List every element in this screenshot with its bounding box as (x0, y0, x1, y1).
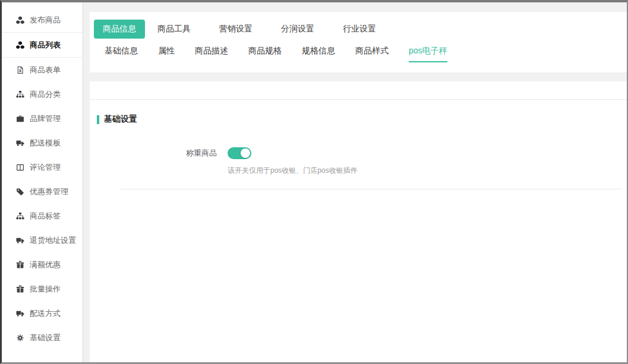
tab-product-info[interactable]: 商品信息 (94, 20, 145, 39)
toggle-helper-text: 该开关仅用于pos收银、门店pos收银插件 (228, 166, 627, 176)
tab-spec-info[interactable]: 规格信息 (302, 46, 335, 62)
sidebar-item-product-tags[interactable]: 商品标签 (2, 204, 83, 228)
content-top-divider (90, 99, 627, 100)
sidebar-item-review-management[interactable]: 评论管理 (2, 155, 83, 179)
tab-marketing-settings[interactable]: 营销设置 (219, 24, 253, 34)
cubes-icon (15, 40, 24, 49)
sidebar-item-full-discount[interactable]: 满额优惠 (2, 252, 83, 277)
sidebar-item-return-address-settings[interactable]: 退货地址设置 (2, 228, 83, 252)
tab-industry-settings[interactable]: 行业设置 (343, 24, 376, 34)
weigh-product-toggle[interactable] (228, 147, 251, 159)
cubes-icon (15, 15, 24, 24)
sidebar-item-product-list[interactable]: 商品列表 (2, 33, 83, 57)
toggle-knob (241, 148, 250, 158)
sidebar-item-label: 退货地址设置 (30, 235, 76, 246)
sidebar-item-coupon-management[interactable]: 优惠券管理 (2, 179, 83, 204)
tags-icon (15, 187, 24, 196)
briefcase-icon (15, 114, 24, 123)
tab-profit-settings[interactable]: 分润设置 (281, 24, 314, 34)
sidebar-item-label: 基础设置 (30, 333, 61, 343)
sidebar-item-label: 品牌管理 (30, 113, 61, 124)
sidebar-item-product-category[interactable]: 商品分类 (2, 82, 83, 106)
tab-product-tools[interactable]: 商品工具 (157, 24, 191, 34)
sidebar-item-label: 配送方式 (30, 308, 61, 319)
columns-icon (15, 163, 24, 172)
tab-attributes[interactable]: 属性 (158, 46, 175, 62)
sidebar-item-label: 配送模板 (30, 138, 61, 148)
truck-icon (15, 138, 24, 147)
sidebar-item-brand-management[interactable]: 品牌管理 (2, 106, 83, 131)
tab-product-style[interactable]: 商品样式 (355, 46, 389, 62)
tabs-card: 商品信息 商品工具 营销设置 分润设置 行业设置 基础信息 属性 商品描述 商品… (90, 12, 627, 72)
section-accent-bar (97, 115, 99, 124)
section-title: 基础设置 (104, 114, 137, 125)
sidebar-item-label: 批量操作 (30, 284, 61, 295)
gift-icon (15, 284, 24, 293)
sidebar: 发布商品 商品列表 商品表单 商品分类 品牌管理 (2, 2, 83, 362)
main-area: 商品信息 商品工具 营销设置 分润设置 行业设置 基础信息 属性 商品描述 商品… (84, 2, 627, 362)
sidebar-item-label: 商品列表 (30, 40, 61, 50)
secondary-tab-bar: 基础信息 属性 商品描述 商品规格 规格信息 商品样式 pos电子秤 (94, 46, 627, 62)
tab-product-spec[interactable]: 商品规格 (248, 46, 282, 62)
sidebar-item-label: 优惠券管理 (30, 186, 68, 197)
tab-pos-scale[interactable]: pos电子秤 (409, 46, 447, 62)
file-excel-icon (15, 65, 24, 74)
sidebar-item-delivery-method[interactable]: 配送方式 (2, 301, 83, 325)
app-window: 发布商品 商品列表 商品表单 商品分类 品牌管理 (0, 0, 628, 364)
sidebar-item-label: 商品表单 (30, 65, 61, 75)
weigh-product-label: 称重商品 (90, 148, 217, 159)
gear-icon (15, 333, 24, 342)
truck-icon (15, 236, 24, 245)
weigh-product-row: 称重商品 (90, 147, 627, 159)
sidebar-item-label: 商品分类 (30, 89, 61, 100)
sidebar-item-publish-product[interactable]: 发布商品 (2, 8, 83, 32)
form-divider (121, 189, 622, 189)
section-header: 基础设置 (97, 114, 627, 125)
tab-product-description[interactable]: 商品描述 (195, 46, 228, 62)
sitemap-icon (15, 211, 24, 220)
content-card: 基础设置 称重商品 该开关仅用于pos收银、门店pos收银插件 (90, 81, 627, 362)
sidebar-item-label: 商品标签 (30, 211, 61, 221)
truck-icon (15, 309, 24, 318)
sitemap-icon (15, 90, 24, 99)
sidebar-item-label: 满额优惠 (30, 259, 61, 270)
sidebar-item-label: 发布商品 (30, 15, 61, 26)
tab-basic-info[interactable]: 基础信息 (105, 46, 138, 62)
sidebar-item-batch-operations[interactable]: 批量操作 (2, 277, 83, 301)
sidebar-item-basic-settings[interactable]: 基础设置 (2, 325, 83, 350)
sidebar-item-delivery-template[interactable]: 配送模板 (2, 131, 83, 155)
sidebar-item-product-form[interactable]: 商品表单 (2, 58, 83, 82)
sidebar-item-label: 评论管理 (30, 162, 61, 173)
gift-icon (15, 260, 24, 269)
primary-tab-bar: 商品信息 商品工具 营销设置 分润设置 行业设置 (94, 20, 627, 39)
